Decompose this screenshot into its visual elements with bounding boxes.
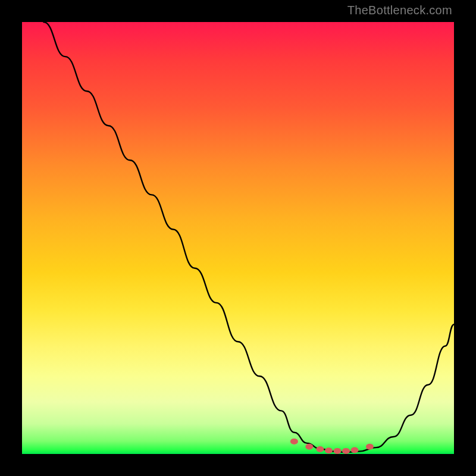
marker-dot	[334, 448, 342, 454]
attribution-text: TheBottleneck.com	[347, 4, 452, 17]
marker-dot	[366, 444, 374, 450]
marker-dot	[351, 447, 359, 453]
plot-area	[22, 22, 454, 454]
marker-dot	[342, 448, 350, 454]
curve-layer	[22, 22, 454, 454]
marker-dot	[290, 439, 298, 444]
chart-canvas: TheBottleneck.com	[0, 0, 476, 476]
bottleneck-curve	[43, 22, 454, 452]
marker-dot	[325, 447, 333, 453]
marker-dot	[305, 444, 313, 450]
marker-dot	[316, 446, 324, 452]
